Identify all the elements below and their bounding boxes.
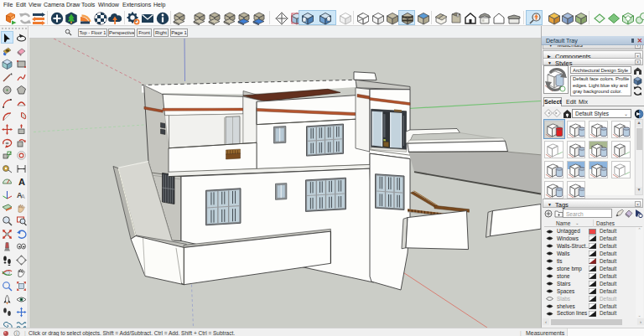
svg-text:A: A <box>21 194 25 199</box>
svg-text:A: A <box>18 177 25 187</box>
svg-text:i: i <box>16 331 18 336</box>
